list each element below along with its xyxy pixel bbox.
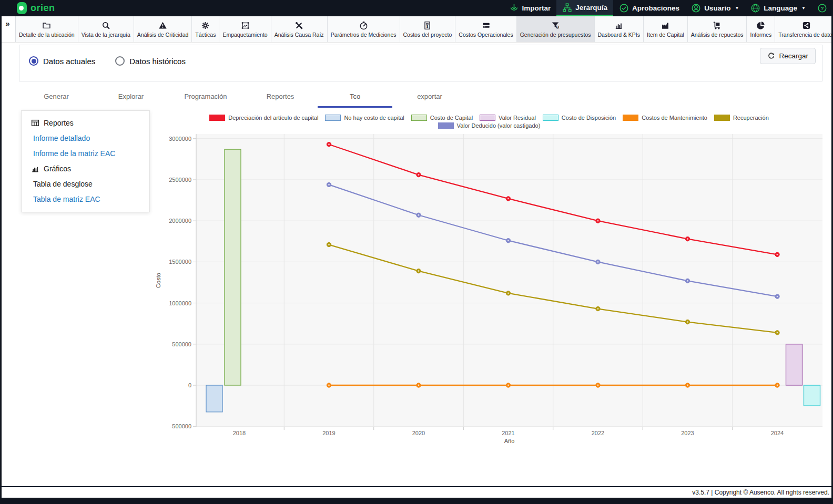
radio-datos-actuales[interactable]: Datos actuales	[29, 56, 95, 66]
menu-item-tabla-de-desglose[interactable]: Tabla de desglose	[22, 176, 149, 191]
tab-programacion[interactable]: Programación	[168, 87, 243, 108]
legend-item-valor-deducido-valor-castigado[interactable]: Valor Deducido (valor castigado)	[438, 122, 541, 129]
toolbar-item-empaquetamiento[interactable]: Empaquetamiento	[219, 16, 271, 42]
menu-item-informe-de-la-matriz-eac[interactable]: Informe de la matriz EAC	[22, 146, 149, 161]
menu-item-tabla-de-matriz-eac[interactable]: Tabla de matriz EAC	[22, 191, 149, 207]
bar-no-hay-costo-de-capital[interactable]	[206, 385, 222, 412]
legend-swatch	[623, 115, 638, 121]
toolbar-item-generacion-de-presupuestos[interactable]: $Generación de presupuestos	[517, 16, 595, 42]
toolbar-item-label: Análisis de repuestos	[691, 32, 744, 38]
table-icon	[31, 119, 39, 127]
svg-text:-500000: -500000	[170, 423, 191, 429]
toolbar-item-analisis-de-criticidad[interactable]: Análisis de Criticidad	[134, 16, 192, 42]
reload-button-label: Recargar	[779, 52, 808, 60]
card-icon	[482, 21, 491, 30]
legend-item-no-hay-costo-de-capital[interactable]: No hay costo de capital	[325, 115, 404, 121]
nav-item-usuario[interactable]: Usuario▼	[685, 0, 745, 16]
toolbar-item-costos-operacionales[interactable]: Costos Operacionales	[455, 16, 516, 42]
hierarchy-icon	[562, 3, 572, 13]
brand-name: orien	[31, 3, 55, 14]
search-icon	[101, 21, 110, 30]
legend-item-recuperacion[interactable]: Recuperación	[714, 115, 769, 121]
legend-item-valor-residual[interactable]: Valor Residual	[480, 115, 536, 121]
pie-chart-icon	[756, 21, 765, 30]
tab-explorar[interactable]: Explorar	[94, 87, 168, 108]
toolbar-item-tacticas[interactable]: Tácticas	[192, 16, 219, 42]
toolbar-item-parametros-de-mediciones[interactable]: Parámetros de Mediciones	[328, 16, 400, 42]
svg-text:2020: 2020	[412, 430, 425, 436]
toolbar-item-label: Tácticas	[195, 32, 216, 38]
legend-label: Valor Residual	[499, 115, 536, 121]
legend-item-depreciacion-del-articulo-de-capital[interactable]: Depreciación del artículo de capital	[209, 115, 318, 121]
svg-text:2023: 2023	[681, 430, 694, 436]
menu-item-reportes[interactable]: Reportes	[22, 115, 149, 130]
menu-item-informe-detallado[interactable]: Informe detallado	[22, 130, 149, 146]
legend-row: Depreciación del artículo de capitalNo h…	[209, 115, 769, 121]
legend-swatch	[411, 115, 427, 121]
tab-tco[interactable]: Tco	[318, 87, 392, 108]
toolbar-item-analisis-de-repuestos[interactable]: Análisis de repuestos	[688, 16, 747, 42]
brand-logo[interactable]: orien	[0, 2, 55, 14]
toolbar-item-dasboard-kpis[interactable]: Dasboard & KPIs	[595, 16, 644, 42]
invoice-dollar-icon: $	[423, 21, 432, 30]
nav-item-aprobaciones[interactable]: Aprobaciones	[613, 0, 685, 16]
gear-icon	[201, 21, 210, 30]
chart-canvas: 3000000250000020000001500000100000050000…	[153, 134, 826, 449]
data-filter-panel: Datos actualesDatos históricos Recargar	[19, 45, 822, 81]
svg-text:Costo: Costo	[155, 273, 161, 288]
toolbar-item-label: Vista de la jerarquía	[82, 32, 130, 38]
toolbar-item-informes[interactable]: Informes	[747, 16, 775, 42]
menu-item-graficos[interactable]: Gráficos	[22, 161, 149, 176]
svg-text:500000: 500000	[172, 341, 191, 347]
toolbar-item-vista-de-la-jerarquia[interactable]: Vista de la jerarquía	[78, 16, 134, 42]
legend-label: Recuperación	[733, 115, 769, 121]
svg-text:1000000: 1000000	[169, 300, 191, 306]
toolbar-item-label: Detalle de la ubicación	[19, 32, 75, 38]
svg-text:2024: 2024	[771, 430, 784, 436]
reload-button[interactable]: Recargar	[760, 48, 816, 64]
legend-label: Costos de Mantenimiento	[642, 115, 707, 121]
legend-label: Costo de Disposición	[562, 115, 616, 121]
bar-costo-de-capital[interactable]	[225, 149, 241, 385]
radio-datos-historicos[interactable]: Datos históricos	[115, 56, 186, 66]
nav-item-importar[interactable]: Importar	[503, 0, 557, 16]
toolbar-item-analisis-causa-raiz[interactable]: Análisis Causa Raíz	[271, 16, 328, 42]
window-border-bottom	[0, 498, 833, 504]
sidebar-expand-button[interactable]: »	[0, 16, 16, 42]
toolbar-item-costos-del-proyecto[interactable]: $Costos del proyecto	[400, 16, 456, 42]
nav-item-jerarquia[interactable]: Jerarquía	[556, 0, 613, 16]
nav-item-language[interactable]: Language▼	[745, 0, 811, 16]
legend-swatch	[480, 115, 495, 121]
toolbar-item-transferencia-de-datos[interactable]: Transferencia de datos	[775, 16, 833, 42]
nav-item-label: Importar	[522, 4, 551, 12]
chart-legend: Depreciación del artículo de capitalNo h…	[153, 115, 826, 129]
tab-reportes[interactable]: Reportes	[243, 87, 318, 108]
svg-text:2000000: 2000000	[169, 218, 191, 224]
window-border-left	[0, 0, 2, 504]
menu-item-label: Tabla de desglose	[33, 180, 93, 188]
svg-text:2021: 2021	[502, 430, 514, 436]
check-circle-icon	[619, 3, 629, 13]
bar-valor-residual[interactable]	[786, 344, 802, 385]
toolbar-item-item-de-capital[interactable]: Item de Capital	[644, 16, 688, 42]
nav-item-label: Aprobaciones	[632, 4, 679, 12]
toolbar-item-label: Empaquetamiento	[222, 32, 267, 38]
toolbar-item-label: Parámetros de Mediciones	[331, 32, 397, 38]
toolbar-item-detalle-de-la-ubicacion[interactable]: Detalle de la ubicación	[16, 16, 78, 42]
legend-item-costo-de-disposicion[interactable]: Costo de Disposición	[543, 115, 616, 121]
legend-item-costo-de-capital[interactable]: Costo de Capital	[411, 115, 473, 121]
reports-dropdown-panel: ReportesInforme detalladoInforme de la m…	[21, 110, 150, 212]
menu-item-label: Informe de la matriz EAC	[33, 149, 115, 158]
help-icon: ?	[817, 3, 827, 13]
tab-generar[interactable]: Generar	[19, 87, 94, 108]
toolbar-item-label: Item de Capital	[647, 32, 684, 38]
menu-item-label: Gráficos	[44, 164, 71, 173]
help-button[interactable]: ?	[811, 0, 833, 16]
tab-exportar[interactable]: exportar	[392, 87, 467, 108]
bar-costo-de-disposicion[interactable]	[804, 385, 820, 406]
chevron-down-icon: ▼	[801, 6, 806, 11]
legend-item-costos-de-mantenimiento[interactable]: Costos de Mantenimiento	[623, 115, 707, 121]
data-mode-radio-group: Datos actualesDatos históricos	[29, 56, 186, 66]
legend-label: Costo de Capital	[430, 115, 473, 121]
svg-text:2022: 2022	[592, 430, 604, 436]
